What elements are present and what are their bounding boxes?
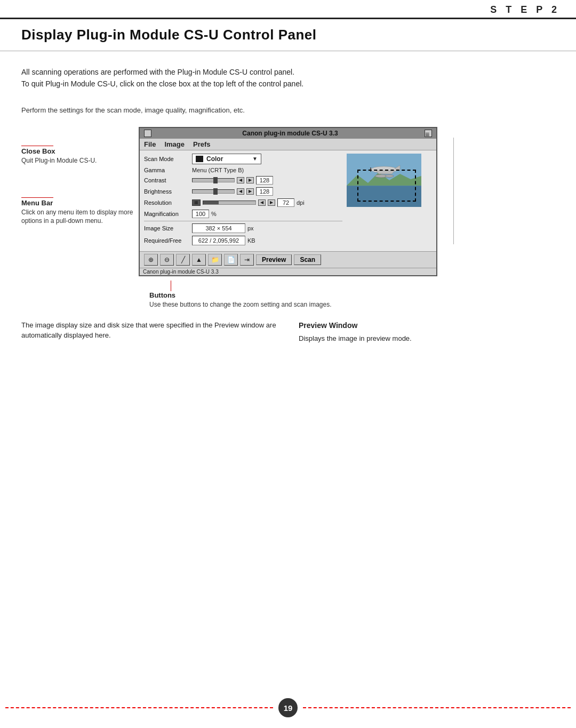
brightness-label: Brightness [144,188,192,195]
contrast-slider-thumb [213,177,218,183]
zoom-in-button[interactable]: ⊕ [144,254,158,266]
resolution-label: Resolution [144,199,192,206]
brightness-slider-track[interactable] [192,189,235,194]
annotation-hint: Perform the settings for the scan mode, … [21,106,555,114]
resolution-value[interactable]: 72 [277,198,294,207]
preview-image [347,154,421,207]
magnification-label: Magnification [144,211,192,217]
plugin-window: Canon plug-in module CS-U 3.3 ≡ File Ima… [139,127,437,276]
folder-button[interactable]: 📁 [208,254,222,266]
magnification-unit: % [211,211,217,217]
image-size-value-container: 382 × 554 px [192,223,342,233]
brightness-right-arrow[interactable]: ▶ [246,188,254,195]
scan-mode-label: Scan Mode [144,156,192,162]
contrast-row: Contrast ◀ ▶ 128 [144,176,342,185]
image-size-label: Image Size [144,225,192,231]
required-free-value-container: 622 / 2,095,992 KB [192,236,342,245]
page-title: Display Plug-in Module CS-U Control Pane… [21,27,555,43]
menu-bar-label: Menu Bar [21,199,139,207]
menu-bar-desc: Click on any menu item to display more o… [21,208,139,226]
window-buttons: ⊕ ⊖ ╱ ▲ 📁 📄 ⇥ Preview Scan [140,251,436,268]
contrast-left-arrow[interactable]: ◀ [237,177,244,183]
page-footer: 19 [0,698,576,717]
menu-bar-annotation: Menu Bar Click on any menu item to displ… [21,197,139,226]
preview-svg [347,154,421,207]
preview-button[interactable]: Preview [256,254,292,265]
status-text: Canon plug-in module CS-U 3.3 [143,269,219,275]
image-size-value: 382 × 554 [192,223,245,233]
bottom-desc-left: The image display size and disk size tha… [21,320,277,344]
controls-panel: Scan Mode Color ▼ Gamma Menu (CRT Typ [144,154,342,248]
annotation-section: Perform the settings for the scan mode, … [0,106,576,309]
dropdown-arrow-icon: ▼ [252,156,258,162]
bottom-desc-row: The image display size and disk size tha… [0,320,576,344]
intro-line1: All scanning operations are performed wi… [21,66,555,78]
right-annotation-line [453,138,555,244]
scan-button[interactable]: Scan [294,254,321,265]
gamma-value: Menu (CRT Type B) [192,167,244,173]
color-swatch [196,156,203,162]
gamma-row: Gamma Menu (CRT Type B) [144,167,342,173]
scan-mode-dropdown[interactable]: Color ▼ [192,154,261,164]
bottom-desc-right: Preview Window Displays the image in pre… [299,320,555,344]
resolution-unit: dpi [297,199,305,206]
resolution-slider-container: ▦ ◀ ▶ 72 dpi [192,198,305,207]
magnification-value-container: 100 % [192,210,342,218]
buttons-annotation-wrapper: Buttons Use these buttons to change the … [21,281,555,309]
step-header: S T E P 2 [0,0,576,18]
brightness-row: Brightness ◀ ▶ 128 [144,187,342,196]
required-free-label: Required/Free [144,237,192,244]
intro-text: All scanning operations are performed wi… [0,66,576,90]
brightness-slider-thumb [213,188,218,195]
buttons-desc: Use these buttons to change the zoom set… [149,300,555,309]
contrast-slider-track[interactable] [192,178,235,182]
step-label: S T E P 2 [490,4,560,15]
buttons-label: Buttons [149,291,555,299]
page-title-bar: Display Plug-in Module CS-U Control Pane… [0,18,576,51]
window-menubar: File Image Prefs [140,139,436,150]
required-free-unit: KB [247,237,255,244]
close-box-label: Close Box [21,147,139,155]
contrast-right-arrow[interactable]: ▶ [246,177,254,183]
image-size-row: Image Size 382 × 554 px [144,223,342,233]
page-number: 19 [278,698,298,717]
resolution-right-arrow[interactable]: ▶ [268,199,275,206]
contrast-label: Contrast [144,177,192,183]
right-annotations [437,122,555,276]
preview-window-desc: Displays the image in preview mode. [299,333,555,344]
contrast-slider-container: ◀ ▶ 128 [192,176,273,185]
required-free-row: Required/Free 622 / 2,095,992 KB [144,236,342,245]
scan-mode-value: Color ▼ [192,154,342,164]
preview-window-label: Preview Window [299,320,555,331]
magnification-value[interactable]: 100 [192,210,209,218]
close-box-button[interactable] [144,130,151,137]
resolution-left-arrow[interactable]: ◀ [258,199,266,206]
button-ann-vline [171,281,171,291]
resolution-slider[interactable] [203,201,256,205]
buttons-label-container: Buttons Use these buttons to change the … [149,291,555,309]
menu-image[interactable]: Image [164,140,185,148]
image-size-unit: px [247,225,254,231]
menu-prefs[interactable]: Prefs [193,140,211,148]
export-button[interactable]: ⇥ [240,254,254,266]
close-box-annotation: Close Box Quit Plug-in Module CS-U. [21,146,139,165]
brightness-value[interactable]: 128 [256,187,273,196]
svg-rect-1 [347,186,421,207]
close-box-desc: Quit Plug-in Module CS-U. [21,156,139,165]
magnification-row: Magnification 100 % [144,210,342,218]
resize-box: ≡ [425,130,432,137]
gamma-label: Gamma [144,167,192,173]
document-button[interactable]: 📄 [224,254,238,266]
footer-dashes-right [303,707,571,708]
resolution-row: Resolution ▦ ◀ ▶ 72 dpi [144,198,342,207]
curve-tool-button[interactable]: ╱ [176,254,190,266]
window-title: Canon plug-in module CS-U 3.3 [156,130,425,137]
separator [144,221,342,221]
zoom-out-button[interactable]: ⊖ [160,254,174,266]
buttons-annotation [139,281,555,291]
menu-file[interactable]: File [144,140,156,148]
selection-tool-button[interactable]: ▲ [192,254,206,266]
brightness-left-arrow[interactable]: ◀ [237,188,244,195]
contrast-value[interactable]: 128 [256,176,273,185]
diagram-wrapper: Close Box Quit Plug-in Module CS-U. Menu… [21,122,555,276]
